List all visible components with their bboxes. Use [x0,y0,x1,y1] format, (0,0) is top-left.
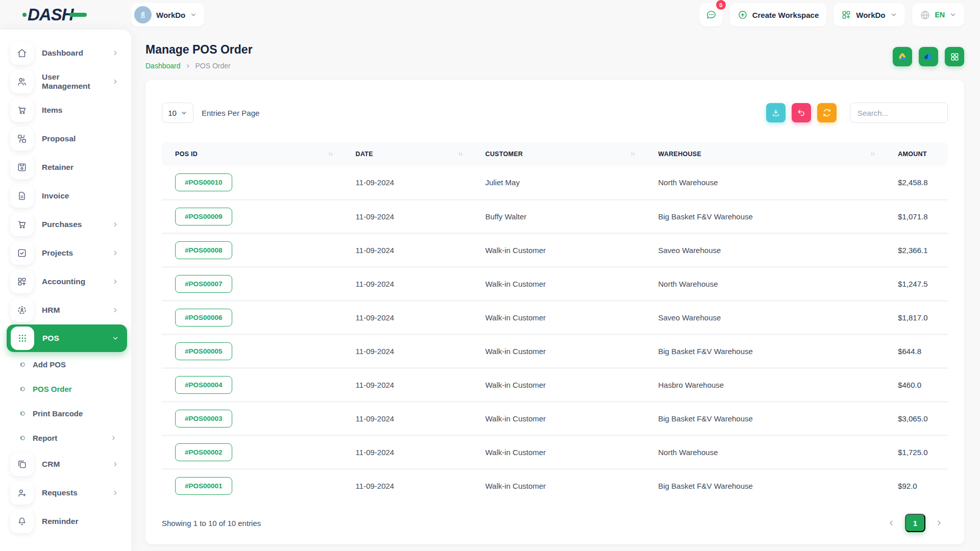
pos-id-badge[interactable]: #POS00009 [175,208,232,226]
breadcrumb-dashboard-link[interactable]: Dashboard [145,62,181,70]
sidebar-item-projects[interactable]: Projects [0,239,131,267]
chevron-right-icon [112,307,119,314]
warehouse-cell: North Warehouse [653,166,893,199]
document-icon [17,191,27,201]
sidebar-item-requests[interactable]: Requests [0,479,131,507]
warehouse-cell: Big Basket F&V Warehouse [653,402,893,435]
export-button[interactable] [766,103,786,122]
pos-id-badge[interactable]: #POS00010 [175,173,232,191]
warehouse-cell: Saveo Warehouse [653,300,893,334]
brand-logo[interactable]: DASH [0,5,131,24]
sidebar-item-accounting[interactable]: Accounting [0,267,131,296]
customer-cell: Walk-in Customer [480,469,653,503]
pos-id-badge[interactable]: #POS00002 [175,443,232,461]
column-header-date[interactable]: DATE [351,142,480,166]
pos-id-badge[interactable]: #POS00007 [175,275,232,293]
table-row: #POS00010 11-09-2024 Juliet May North Wa… [162,166,948,199]
date-cell: 11-09-2024 [351,334,480,368]
customer-cell: Juliet May [480,166,653,199]
undo-button[interactable] [792,103,811,122]
amount-cell: $2,366.1 [893,233,948,267]
date-cell: 11-09-2024 [351,166,480,199]
warehouse-cell: Hasbro Warehouse [653,368,893,402]
sidebar-item-purchases[interactable]: Purchases [0,210,131,239]
showing-entries-text: Showing 1 to 10 of 10 entries [162,519,261,528]
google-drive-button[interactable] [893,47,912,66]
amount-cell: $460.0 [893,368,948,402]
grid-view-button[interactable] [945,47,964,66]
chevron-right-icon [112,49,119,57]
date-cell: 11-09-2024 [351,267,480,300]
workspace-switcher[interactable]: WorkDo [131,3,204,27]
column-header-amount[interactable]: AMOUNT [893,142,948,166]
create-workspace-button[interactable]: Create Workspace [730,3,827,27]
column-header-warehouse[interactable]: WAREHOUSE [653,142,893,166]
search-input[interactable] [850,103,948,123]
sidebar-item-proposal[interactable]: Proposal [0,124,131,153]
amount-cell: $644.8 [893,334,948,368]
sidebar-item-user-management[interactable]: User Management [0,67,131,96]
table-row: #POS00003 11-09-2024 Walk-in Customer Bi… [162,402,948,435]
entries-per-page-select[interactable]: 10 [162,103,193,123]
chevron-right-icon [112,249,119,257]
pagination-prev-button[interactable] [883,514,900,532]
sidebar-item-items[interactable]: Items [0,96,131,124]
pagination-page-1[interactable]: 1 [905,514,925,532]
users-icon [17,77,27,87]
submenu-bullet-icon [20,436,25,440]
table-row: #POS00009 11-09-2024 Buffy Walter Big Ba… [162,199,948,233]
workdo-apps-menu[interactable]: WorkDo [834,3,904,27]
pos-id-badge[interactable]: #POS00003 [175,410,232,428]
language-selector[interactable]: EN [912,3,964,27]
submenu-bullet-icon [20,411,25,416]
pos-id-badge[interactable]: #POS00006 [175,309,232,327]
pos-id-badge[interactable]: #POS00004 [175,376,232,394]
refresh-button[interactable] [817,103,837,122]
sidebar-item-reminder[interactable]: Reminder [0,507,131,536]
chevron-down-icon [949,11,957,18]
warehouse-cell: Saveo Warehouse [653,233,893,267]
language-code: EN [935,11,945,19]
pagination-next-button[interactable] [930,514,948,532]
pos-id-badge[interactable]: #POS00005 [175,342,232,360]
messages-button[interactable]: 0 [699,3,723,27]
column-header-customer[interactable]: CUSTOMER [480,142,653,166]
date-cell: 11-09-2024 [351,435,480,469]
submenu-item-print-barcode[interactable]: Print Barcode [0,401,131,425]
chevron-right-icon [112,489,119,496]
chevron-down-icon [890,11,897,18]
sidebar-item-crm[interactable]: CRM [0,450,131,479]
chevron-down-icon [112,335,119,342]
pos-id-badge[interactable]: #POS00001 [175,477,232,495]
column-header-pos-id[interactable]: POS ID [162,142,351,166]
sidebar-item-pos[interactable]: POS [7,324,127,352]
sort-icon [327,151,334,158]
chevron-right-icon [110,435,117,441]
chevron-right-icon [112,221,119,228]
submenu-item-report[interactable]: Report [0,425,131,450]
save-icon [17,162,27,172]
sidebar-item-retainer[interactable]: Retainer [0,153,131,182]
grid-icon [950,52,960,62]
chevron-left-icon [887,519,895,527]
chevron-right-icon [112,78,119,85]
sidebar-item-invoice[interactable]: Invoice [0,182,131,210]
topbar: DASH WorkDo 0 Create Workspace WorkDo EN [0,0,980,30]
breadcrumb-current: POS Order [195,62,231,70]
submenu-item-add-pos[interactable]: Add POS [0,352,131,377]
amount-cell: $1,725.0 [893,435,948,469]
pos-id-badge[interactable]: #POS00008 [175,241,232,259]
date-cell: 11-09-2024 [351,199,480,233]
onedrive-icon [923,51,934,62]
pos-order-table: POS ID DATE CUSTOMER WAREHOUSE [162,142,948,503]
dots-grid-icon [17,333,28,343]
sidebar-item-hrm[interactable]: HRM [0,296,131,324]
chevron-right-icon [112,461,119,468]
customer-cell: Walk-in Customer [480,368,653,402]
amount-cell: $1,817.0 [893,300,948,334]
onedrive-button[interactable] [919,47,938,66]
sidebar: Dashboard User Management Items Proposal… [0,30,131,551]
submenu-item-pos-order[interactable]: POS Order [0,377,131,401]
sidebar-item-dashboard[interactable]: Dashboard [0,39,131,67]
messages-badge: 0 [716,0,726,10]
